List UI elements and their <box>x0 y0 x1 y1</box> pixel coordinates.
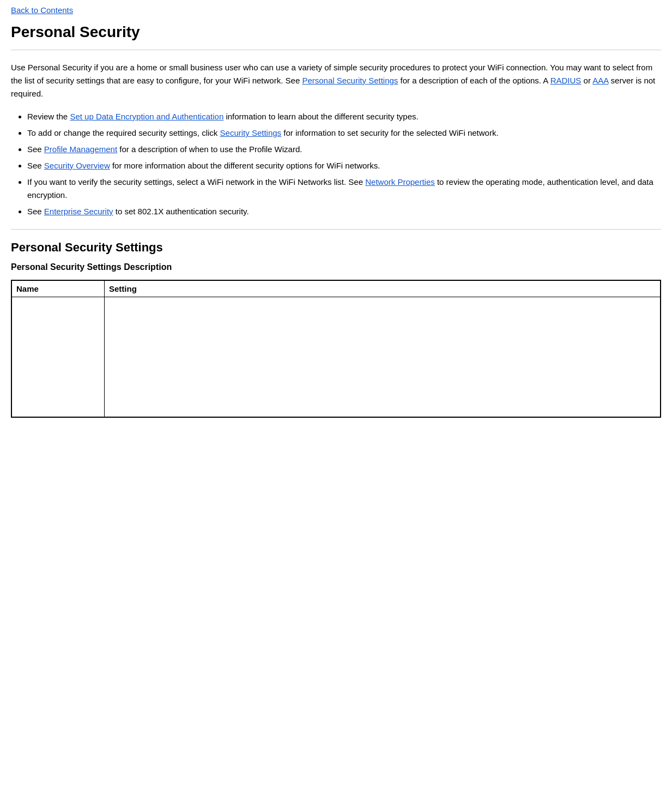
security-settings-link[interactable]: Security Settings <box>220 128 282 137</box>
list-item: To add or change the required security s… <box>27 127 661 140</box>
list-item: See Profile Management for a description… <box>27 143 661 156</box>
page-title: Personal Security <box>11 23 661 41</box>
enterprise-security-link[interactable]: Enterprise Security <box>44 207 113 216</box>
personal-security-settings-link[interactable]: Personal Security Settings <box>302 76 398 85</box>
list-item: If you want to verify the security setti… <box>27 176 661 202</box>
intro-paragraph: Use Personal Security if you are a home … <box>11 61 661 100</box>
section2-title: Personal Security Settings <box>11 240 661 255</box>
divider-1 <box>11 50 661 50</box>
table-header-row: Name Setting <box>12 281 661 297</box>
radius-link[interactable]: RADIUS <box>550 76 582 85</box>
table-cell-setting <box>105 297 661 417</box>
list-item: See Security Overview for more informati… <box>27 159 661 172</box>
list-item: Review the Set up Data Encryption and Au… <box>27 110 661 123</box>
profile-management-link[interactable]: Profile Management <box>44 145 117 154</box>
divider-2 <box>11 229 661 230</box>
table-header-name: Name <box>12 281 105 297</box>
security-overview-link[interactable]: Security Overview <box>44 161 110 170</box>
back-to-contents-link[interactable]: Back to Contents <box>11 5 661 15</box>
list-item: See Enterprise Security to set 802.1X au… <box>27 205 661 218</box>
settings-table-wrapper: Name Setting <box>11 280 661 418</box>
bullet-list: Review the Set up Data Encryption and Au… <box>27 110 661 218</box>
network-properties-link[interactable]: Network Properties <box>365 177 435 187</box>
table-header-setting: Setting <box>105 281 661 297</box>
table-row <box>12 297 661 417</box>
set-up-data-encryption-link[interactable]: Set up Data Encryption and Authenticatio… <box>70 112 223 121</box>
aaa-link[interactable]: AAA <box>592 76 608 85</box>
settings-table: Name Setting <box>11 280 661 417</box>
table-cell-name <box>12 297 105 417</box>
subsection-title: Personal Security Settings Description <box>11 262 661 272</box>
